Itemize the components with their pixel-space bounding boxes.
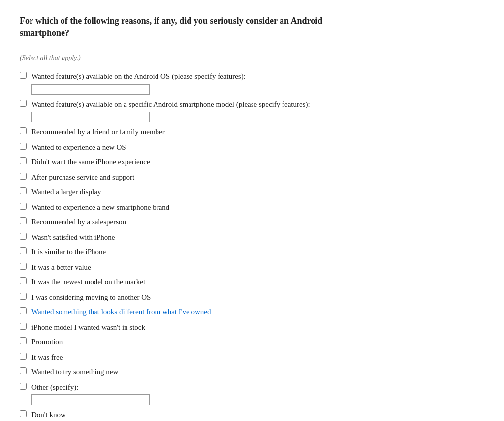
- question-title: For which of the following reasons, if a…: [20, 15, 364, 39]
- checkbox-opt7[interactable]: [20, 187, 27, 194]
- checkbox-opt14[interactable]: [20, 293, 27, 300]
- option-label-opt5: Didn't want the same iPhone experience: [32, 156, 150, 168]
- checkbox-opt17[interactable]: [20, 337, 27, 344]
- list-item: Don't know: [20, 409, 484, 421]
- checkbox-opt20[interactable]: [20, 383, 27, 390]
- option-label-opt18: It was free: [32, 352, 63, 363]
- text-input-opt2[interactable]: [32, 112, 150, 122]
- option-label-opt11: It is similar to the iPhone: [32, 246, 106, 258]
- list-item: Wanted to experience a new smartphone br…: [20, 202, 484, 213]
- list-item: Wanted a larger display: [20, 186, 484, 198]
- option-label-opt3: Recommended by a friend or family member: [32, 126, 165, 138]
- checkbox-opt13[interactable]: [20, 277, 27, 284]
- checkbox-opt19[interactable]: [20, 367, 27, 374]
- checkbox-opt9[interactable]: [20, 217, 27, 224]
- option-label-opt9: Recommended by a salesperson: [32, 216, 126, 228]
- list-item: Wanted to experience a new OS: [20, 142, 484, 153]
- checkbox-opt10[interactable]: [20, 233, 27, 240]
- list-item: Wanted to try something new: [20, 366, 484, 378]
- checkbox-opt6[interactable]: [20, 173, 27, 180]
- option-label-opt14: I was considering moving to another OS: [32, 292, 151, 303]
- list-item: Wanted something that looks different fr…: [20, 306, 484, 318]
- option-label-opt16: iPhone model I wanted wasn't in stock: [32, 322, 145, 333]
- list-item: Didn't want the same iPhone experience: [20, 156, 484, 168]
- checkbox-opt2[interactable]: [20, 100, 27, 107]
- option-label-opt6: After purchase service and support: [32, 172, 134, 183]
- option-label-opt13: It was the newest model on the market: [32, 276, 145, 288]
- checkbox-opt3[interactable]: [20, 127, 27, 134]
- list-item: After purchase service and support: [20, 172, 484, 183]
- option-label-opt2: Wanted feature(s) available on a specifi…: [32, 99, 310, 110]
- checkbox-opt21[interactable]: [20, 410, 27, 417]
- checkbox-opt12[interactable]: [20, 263, 27, 270]
- list-item: It was a better value: [20, 262, 484, 273]
- option-label-opt4: Wanted to experience a new OS: [32, 142, 126, 153]
- option-label-opt15: Wanted something that looks different fr…: [32, 306, 211, 318]
- checkbox-opt1[interactable]: [20, 72, 27, 79]
- select-instruction: (Select all that apply.): [20, 54, 484, 62]
- checkbox-opt11[interactable]: [20, 247, 27, 254]
- list-item: I was considering moving to another OS: [20, 292, 484, 303]
- link-text: Wanted something that looks different fr…: [32, 308, 211, 316]
- list-item: Wanted feature(s) available on the Andro…: [20, 71, 484, 95]
- list-item: It is similar to the iPhone: [20, 246, 484, 258]
- list-item: Promotion: [20, 336, 484, 348]
- option-label-opt8: Wanted to experience a new smartphone br…: [32, 202, 169, 213]
- checkbox-opt15[interactable]: [20, 307, 27, 314]
- option-label-opt7: Wanted a larger display: [32, 186, 101, 198]
- list-item: It was the newest model on the market: [20, 276, 484, 288]
- list-item: Recommended by a friend or family member: [20, 126, 484, 138]
- checkbox-opt4[interactable]: [20, 143, 27, 150]
- checkbox-opt16[interactable]: [20, 323, 27, 330]
- list-item: iPhone model I wanted wasn't in stock: [20, 322, 484, 333]
- option-label-opt12: It was a better value: [32, 262, 91, 273]
- text-input-opt1[interactable]: [32, 84, 150, 95]
- text-input-opt20[interactable]: [32, 394, 150, 405]
- list-item: Other (specify):: [20, 382, 484, 406]
- option-label-opt1: Wanted feature(s) available on the Andro…: [32, 71, 246, 82]
- checkbox-opt5[interactable]: [20, 157, 27, 164]
- option-label-opt17: Promotion: [32, 336, 63, 348]
- list-item: Recommended by a salesperson: [20, 216, 484, 228]
- list-item: Wasn't satisfied with iPhone: [20, 232, 484, 243]
- list-item: Wanted feature(s) available on a specifi…: [20, 99, 484, 123]
- option-label-opt21: Don't know: [32, 409, 66, 421]
- option-label-opt20: Other (specify):: [32, 382, 150, 393]
- checkbox-opt8[interactable]: [20, 203, 27, 210]
- list-item: It was free: [20, 352, 484, 363]
- option-label-opt19: Wanted to try something new: [32, 366, 118, 378]
- options-list: Wanted feature(s) available on the Andro…: [20, 71, 484, 421]
- checkbox-opt18[interactable]: [20, 353, 27, 360]
- option-label-opt10: Wasn't satisfied with iPhone: [32, 232, 115, 243]
